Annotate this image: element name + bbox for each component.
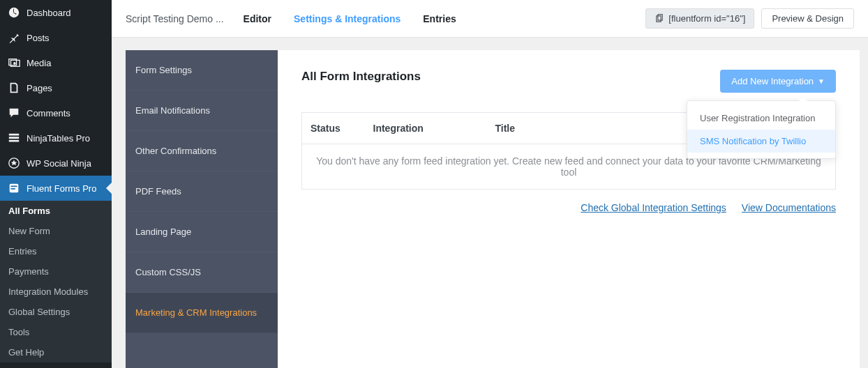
table-icon: [7, 131, 21, 145]
submenu-new-form[interactable]: New Form: [0, 221, 112, 241]
nav-other-confirmations[interactable]: Other Confirmations: [126, 131, 278, 171]
svg-rect-3: [11, 185, 17, 187]
star-icon: [7, 156, 21, 170]
dropdown-user-registration[interactable]: User Registration Integration: [687, 107, 835, 130]
menu-pages[interactable]: Pages: [0, 75, 112, 100]
menu-pages-label: Pages: [27, 83, 52, 93]
body: Form Settings Email Notifications Other …: [112, 38, 868, 368]
main-area: Script Testing Demo ... Editor Settings …: [112, 0, 868, 368]
menu-ninjatables-label: NinjaTables Pro: [27, 133, 90, 144]
pages-icon: [7, 81, 21, 95]
copy-icon: [654, 14, 664, 24]
dropdown-sms-twilio[interactable]: SMS Notification by Twillio: [687, 130, 835, 153]
content-panel: All Form Integrations Add New Integratio…: [278, 50, 860, 368]
shortcode-text: [fluentform id="16"]: [668, 13, 745, 24]
submenu-all-forms[interactable]: All Forms: [0, 201, 112, 221]
submenu-entries[interactable]: Entries: [0, 241, 112, 261]
nav-pdf-feeds[interactable]: PDF Feeds: [126, 171, 278, 212]
submenu-integration-modules[interactable]: Integration Modules: [0, 282, 112, 302]
th-integration: Integration: [365, 113, 487, 144]
submenu-global-settings[interactable]: Global Settings: [0, 302, 112, 322]
tab-editor[interactable]: Editor: [244, 13, 271, 24]
menu-ninjatables[interactable]: NinjaTables Pro: [0, 125, 112, 151]
nav-landing-page[interactable]: Landing Page: [126, 212, 278, 252]
add-btn-label: Add New Integration: [731, 76, 814, 86]
settings-nav: Form Settings Email Notifications Other …: [126, 50, 278, 368]
svg-rect-5: [657, 15, 661, 21]
form-title: Script Testing Demo ...: [126, 13, 224, 24]
nav-form-settings[interactable]: Form Settings: [126, 50, 278, 91]
svg-rect-6: [658, 14, 662, 20]
nav-custom-css-js[interactable]: Custom CSS/JS: [126, 252, 278, 293]
tab-entries[interactable]: Entries: [423, 13, 456, 24]
topbar: Script Testing Demo ... Editor Settings …: [112, 0, 868, 38]
fluentforms-submenu: All Forms New Form Entries Payments Inte…: [0, 201, 112, 362]
dashboard-icon: [7, 6, 21, 20]
nav-email-notifications[interactable]: Email Notifications: [126, 91, 278, 131]
menu-media[interactable]: Media: [0, 50, 112, 75]
submenu-tools[interactable]: Tools: [0, 322, 112, 342]
th-status: Status: [302, 113, 365, 144]
admin-sidebar: Dashboard Posts Media Pages Comments Nin…: [0, 0, 112, 368]
svg-rect-4: [11, 188, 15, 190]
link-global-integration-settings[interactable]: Check Global Integration Settings: [581, 202, 726, 213]
menu-comments[interactable]: Comments: [0, 100, 112, 125]
pin-icon: [7, 31, 21, 45]
submenu-payments[interactable]: Payments: [0, 261, 112, 282]
tab-settings-integrations[interactable]: Settings & Integrations: [294, 13, 401, 24]
menu-posts[interactable]: Posts: [0, 25, 112, 50]
menu-wpsocial[interactable]: WP Social Ninja: [0, 151, 112, 176]
menu-wpsocial-label: WP Social Ninja: [27, 158, 91, 169]
nav-marketing-crm[interactable]: Marketing & CRM Integrations: [126, 293, 278, 333]
add-new-integration-button[interactable]: Add New Integration ▼: [720, 70, 836, 93]
svg-point-0: [13, 62, 16, 65]
link-view-documentations[interactable]: View Documentations: [742, 202, 836, 213]
menu-posts-label: Posts: [27, 33, 50, 43]
menu-dashboard[interactable]: Dashboard: [0, 0, 112, 25]
menu-fluentforms[interactable]: Fluent Forms Pro: [0, 176, 112, 201]
chevron-down-icon: ▼: [818, 77, 825, 85]
menu-fluentforms-label: Fluent Forms Pro: [27, 183, 96, 194]
menu-comments-label: Comments: [27, 108, 70, 118]
comment-icon: [7, 106, 21, 120]
form-icon: [7, 181, 21, 195]
media-icon: [7, 56, 21, 70]
preview-design-button[interactable]: Preview & Design: [761, 8, 854, 29]
submenu-get-help[interactable]: Get Help: [0, 342, 112, 362]
footer-links: Check Global Integration Settings View D…: [301, 202, 836, 213]
menu-dashboard-label: Dashboard: [27, 8, 71, 18]
integration-dropdown: User Registration Integration SMS Notifi…: [687, 100, 836, 159]
menu-media-label: Media: [27, 58, 51, 68]
shortcode-box[interactable]: [fluentform id="16"]: [645, 8, 754, 29]
page-title: All Form Integrations: [301, 70, 421, 84]
